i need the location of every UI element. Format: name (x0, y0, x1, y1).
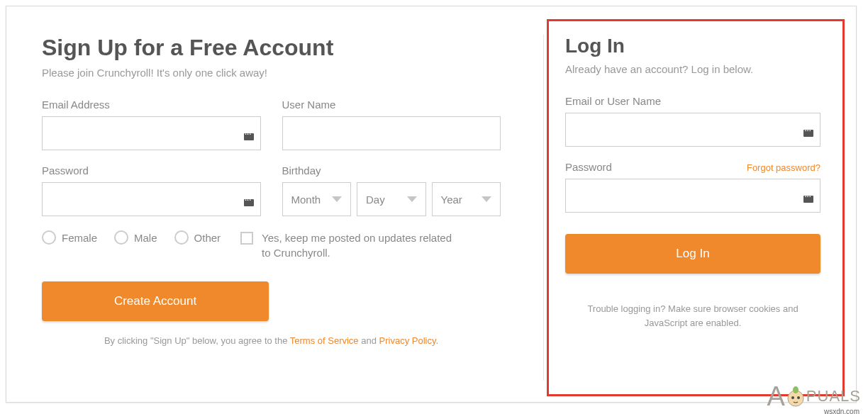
signup-subtitle: Please join Crunchyroll! It's only one c… (42, 67, 501, 79)
legal-prefix: By clicking "Sign Up" below, you agree t… (104, 335, 290, 346)
chevron-down-icon (482, 196, 491, 202)
password-manager-icon[interactable] (244, 199, 254, 206)
login-trouble-text: Trouble logging in? Make sure browser co… (586, 302, 799, 330)
login-subtitle: Already have an account? Log in below. (565, 63, 820, 75)
radio-icon (174, 230, 189, 245)
login-password-label: Password (565, 161, 612, 173)
password-label: Password (42, 164, 261, 177)
svg-point-3 (797, 396, 800, 399)
password-field-wrap: Password (42, 164, 261, 216)
signup-title: Sign Up for a Free Account (42, 35, 501, 61)
login-username-label: Email or User Name (565, 95, 820, 107)
birthday-label: Birthday (282, 164, 501, 177)
legal-text: By clicking "Sign Up" below, you agree t… (42, 335, 501, 346)
main-card: Sign Up for a Free Account Please join C… (6, 6, 857, 403)
login-password-wrap: Password Forgot password? (565, 161, 820, 213)
month-select-value: Month (291, 194, 321, 206)
legal-period: . (435, 335, 438, 346)
legal-and: and (359, 335, 379, 346)
vertical-divider (543, 35, 544, 381)
password-manager-icon[interactable] (244, 133, 254, 140)
newsletter-label: Yes, keep me posted on updates related t… (262, 230, 453, 260)
svg-point-2 (791, 396, 794, 399)
checkbox-icon (240, 232, 253, 245)
login-username-input[interactable] (565, 113, 820, 147)
watermark-text: PUALS (806, 387, 861, 405)
mascot-icon (785, 384, 806, 408)
radio-icon (114, 230, 128, 245)
appuals-watermark: A PUALS (767, 383, 861, 410)
svg-point-1 (793, 386, 799, 393)
month-select[interactable]: Month (282, 182, 352, 216)
password-manager-icon[interactable] (803, 130, 813, 137)
login-username-wrap: Email or User Name (565, 95, 820, 147)
gender-male-radio[interactable]: Male (114, 230, 157, 245)
email-input[interactable] (42, 116, 261, 150)
day-select-value: Day (366, 194, 385, 206)
radio-icon (42, 230, 56, 245)
email-label: Email Address (42, 99, 261, 111)
password-manager-icon[interactable] (803, 196, 813, 203)
username-field-wrap: User Name (282, 99, 501, 150)
source-text: wsxdn.com (824, 408, 859, 414)
create-account-button[interactable]: Create Account (42, 281, 269, 321)
chevron-down-icon (407, 196, 417, 202)
day-select[interactable]: Day (357, 182, 426, 216)
newsletter-checkbox[interactable]: Yes, keep me posted on updates related t… (240, 230, 453, 260)
login-button[interactable]: Log In (565, 234, 820, 274)
username-label: User Name (282, 99, 501, 111)
year-select[interactable]: Year (432, 182, 501, 216)
gender-male-label: Male (134, 232, 157, 244)
email-field-wrap: Email Address (42, 99, 261, 150)
birthday-field-wrap: Birthday Month Day Year (282, 164, 501, 216)
privacy-policy-link[interactable]: Privacy Policy (379, 335, 436, 346)
username-input[interactable] (282, 116, 501, 150)
watermark-a: A (767, 383, 784, 410)
terms-of-service-link[interactable]: Terms of Service (290, 335, 359, 346)
forgot-password-link[interactable]: Forgot password? (747, 162, 820, 173)
year-select-value: Year (441, 194, 462, 206)
chevron-down-icon (332, 196, 342, 202)
login-section: Log In Already have an account? Log in b… (565, 35, 820, 381)
gender-female-label: Female (62, 232, 97, 244)
gender-other-label: Other (194, 232, 221, 244)
signup-section: Sign Up for a Free Account Please join C… (42, 35, 543, 381)
gender-radio-group: Female Male Other (42, 230, 221, 245)
login-title: Log In (565, 35, 820, 57)
login-password-input[interactable] (565, 179, 820, 213)
gender-female-radio[interactable]: Female (42, 230, 97, 245)
password-input[interactable] (42, 182, 261, 216)
gender-other-radio[interactable]: Other (174, 230, 221, 245)
